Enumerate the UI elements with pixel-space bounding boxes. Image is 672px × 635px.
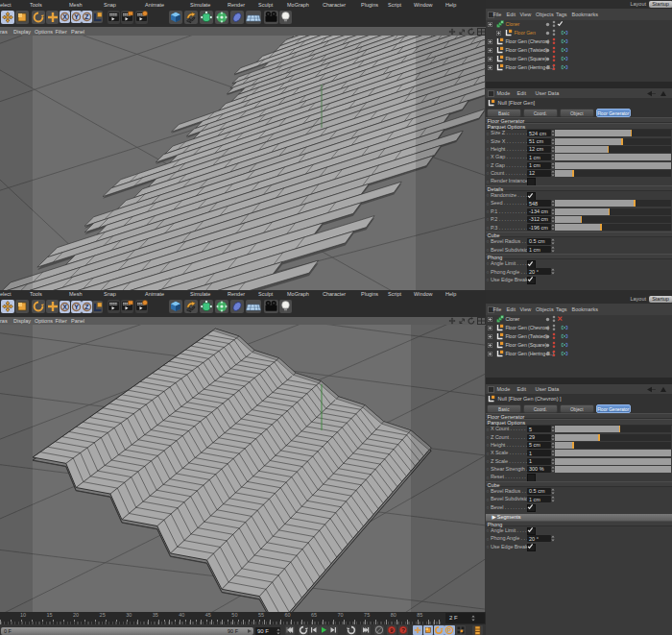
svg-text:X: X (62, 13, 67, 20)
svg-text:P: P (447, 627, 451, 633)
svg-text:Y: Y (74, 13, 79, 20)
svg-text:?: ? (401, 627, 405, 633)
svg-text:X: X (62, 304, 67, 310)
svg-text:Z: Z (85, 13, 90, 20)
svg-text:Y: Y (74, 304, 79, 310)
svg-text:Z: Z (85, 304, 90, 310)
